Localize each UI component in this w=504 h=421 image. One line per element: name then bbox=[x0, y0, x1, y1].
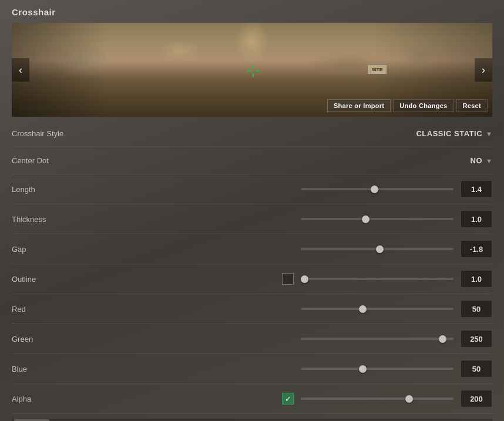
scrollbar-area[interactable] bbox=[12, 419, 492, 421]
crosshair-style-control: CLASSIC STATIC ▼ bbox=[82, 129, 492, 138]
red-row: Red 50 bbox=[12, 294, 492, 324]
chevron-down-icon: ▼ bbox=[486, 130, 492, 137]
crosshair-style-row: Crosshair Style CLASSIC STATIC ▼ bbox=[12, 120, 492, 147]
thickness-label: Thickness bbox=[12, 215, 82, 224]
thickness-slider[interactable] bbox=[301, 218, 453, 220]
settings-container: Crosshair Style CLASSIC STATIC ▼ Center … bbox=[12, 118, 492, 414]
outline-label: Outline bbox=[12, 275, 82, 284]
chevron-down-icon: ▼ bbox=[486, 157, 492, 164]
gap-row: Gap -1.8 bbox=[12, 234, 492, 264]
outline-control: 1.0 bbox=[82, 270, 492, 288]
undo-changes-button[interactable]: Undo Changes bbox=[393, 99, 453, 112]
reset-button[interactable]: Reset bbox=[456, 99, 488, 112]
share-import-button[interactable]: Share or Import bbox=[327, 99, 391, 112]
blue-label: Blue bbox=[12, 365, 82, 373]
crosshair-style-value: CLASSIC STATIC bbox=[416, 129, 482, 138]
outline-value[interactable]: 1.0 bbox=[461, 270, 492, 288]
outline-checkbox[interactable] bbox=[282, 273, 294, 285]
blue-row: Blue 50 bbox=[12, 354, 492, 384]
center-dot-row: Center Dot NO ▼ bbox=[12, 147, 492, 174]
blue-slider-wrapper bbox=[301, 368, 453, 370]
green-control: 250 bbox=[82, 330, 492, 348]
alpha-row: Alpha ✓ 200 bbox=[12, 384, 492, 414]
gap-value[interactable]: -1.8 bbox=[461, 240, 492, 258]
center-dot-label: Center Dot bbox=[12, 156, 82, 165]
thickness-value[interactable]: 1.0 bbox=[461, 210, 492, 228]
length-slider-wrapper bbox=[301, 188, 453, 190]
gap-control: -1.8 bbox=[82, 240, 492, 258]
thickness-control: 1.0 bbox=[82, 210, 492, 228]
blue-control: 50 bbox=[82, 360, 492, 378]
center-dot-control: NO ▼ bbox=[82, 156, 492, 165]
checkmark-icon: ✓ bbox=[285, 395, 291, 403]
alpha-control: ✓ 200 bbox=[82, 390, 492, 407]
thickness-row: Thickness 1.0 bbox=[12, 204, 492, 234]
red-control: 50 bbox=[82, 300, 492, 318]
red-slider-wrapper bbox=[301, 308, 453, 310]
crosshair-preview bbox=[247, 65, 257, 75]
green-value[interactable]: 250 bbox=[461, 330, 492, 348]
nav-next-button[interactable]: › bbox=[475, 58, 492, 82]
gap-slider[interactable] bbox=[301, 248, 453, 250]
alpha-checkbox[interactable]: ✓ bbox=[282, 393, 294, 405]
outline-slider[interactable] bbox=[301, 278, 453, 280]
preview-buttons: Share or Import Undo Changes Reset bbox=[327, 99, 488, 112]
alpha-slider[interactable] bbox=[301, 398, 453, 400]
outline-row: Outline 1.0 bbox=[12, 264, 492, 294]
length-value[interactable]: 1.4 bbox=[461, 180, 492, 198]
crosshair-style-label: Crosshair Style bbox=[12, 129, 82, 138]
length-slider[interactable] bbox=[301, 188, 453, 190]
preview-container: SITE ‹ › Share or Import Undo Changes Re… bbox=[12, 23, 492, 117]
center-dot-value: NO bbox=[471, 156, 483, 165]
blue-value[interactable]: 50 bbox=[461, 360, 492, 378]
alpha-slider-wrapper bbox=[301, 398, 453, 400]
site-sign: SITE bbox=[368, 65, 387, 74]
green-slider[interactable] bbox=[301, 338, 453, 340]
length-control: 1.4 bbox=[82, 180, 492, 198]
blue-slider[interactable] bbox=[301, 368, 453, 370]
page-container: Crosshair SITE ‹ › Share or Import Undo … bbox=[0, 0, 504, 421]
length-label: Length bbox=[12, 185, 82, 194]
green-row: Green 250 bbox=[12, 324, 492, 354]
green-slider-wrapper bbox=[301, 338, 453, 340]
nav-prev-button[interactable]: ‹ bbox=[12, 58, 29, 82]
red-slider[interactable] bbox=[301, 308, 453, 310]
length-row: Length 1.4 bbox=[12, 174, 492, 204]
gap-label: Gap bbox=[12, 245, 82, 254]
alpha-value[interactable]: 200 bbox=[461, 390, 492, 407]
thickness-slider-wrapper bbox=[301, 218, 453, 220]
page-title: Crosshair bbox=[12, 7, 492, 17]
crosshair-style-dropdown[interactable]: CLASSIC STATIC ▼ bbox=[416, 129, 492, 138]
alpha-label: Alpha bbox=[12, 395, 82, 403]
green-label: Green bbox=[12, 335, 82, 343]
outline-slider-wrapper bbox=[301, 278, 453, 280]
red-value[interactable]: 50 bbox=[461, 300, 492, 318]
gap-slider-wrapper bbox=[301, 248, 453, 250]
red-label: Red bbox=[12, 305, 82, 314]
center-dot-dropdown[interactable]: NO ▼ bbox=[471, 156, 492, 165]
